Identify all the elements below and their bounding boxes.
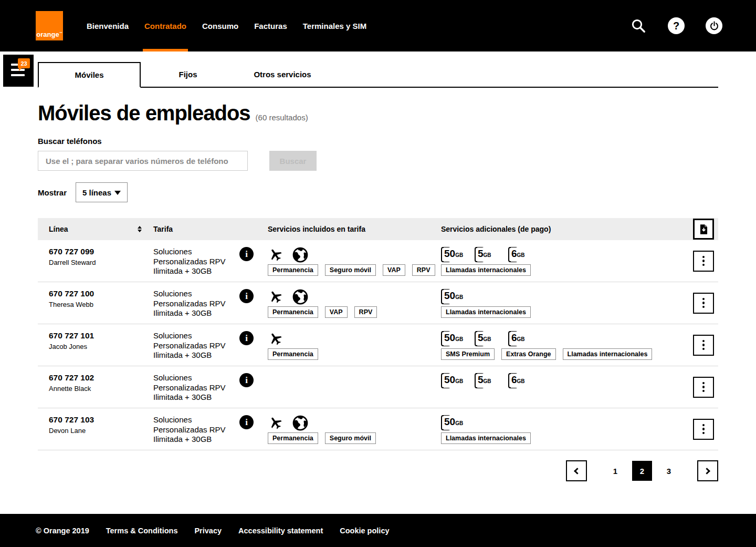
included-icons [268, 415, 441, 431]
line-owner-name: Jacob Jones [49, 343, 153, 350]
table-row: 670 727 103 Devon Lane Soluciones Person… [38, 408, 718, 450]
column-line: Línea [49, 225, 68, 233]
chevron-right-icon [704, 468, 710, 474]
plane-icon [268, 415, 284, 431]
plane-icon [268, 247, 284, 263]
line-owner-name: Darrell Steward [49, 259, 153, 266]
data-allowance-phone-icon: 5GB [475, 331, 501, 347]
page-3[interactable]: 3 [663, 467, 675, 476]
table-row: 670 727 101 Jacob Jones Soluciones Perso… [38, 324, 718, 366]
data-allowance-phone-icon: 50GB [441, 331, 467, 347]
included-badges: PermanenciaSeguro móvil [268, 432, 376, 444]
row-actions-button[interactable] [693, 251, 714, 272]
included-service-badge: RPV [354, 306, 377, 318]
service-tabs: Móviles Fijos Otros servicios [38, 62, 718, 88]
line-owner-name: Theresa Webb [49, 301, 153, 308]
nav-item-contratado[interactable]: Contratado [136, 0, 194, 51]
tab-otros-servicios[interactable]: Otros servicios [235, 62, 330, 87]
tab-fijos[interactable]: Fijos [141, 62, 235, 87]
footer-copyright: © Orange 2019 [36, 527, 89, 535]
page-1[interactable]: 1 [609, 467, 622, 476]
nav-item-terminales-sim[interactable]: Terminales y SIM [295, 0, 374, 51]
nav-item-facturas[interactable]: Facturas [246, 0, 295, 51]
side-menu-button[interactable]: 23 [3, 55, 34, 87]
next-page-button[interactable] [697, 460, 718, 481]
footer-link-privacy[interactable]: Privacy [194, 527, 222, 535]
plane-icon [268, 289, 284, 305]
additional-service-badge: Extras Orange [501, 348, 555, 360]
row-actions-button[interactable] [693, 377, 714, 398]
included-service-badge: Seguro móvil [325, 264, 376, 276]
footer-link-cookies[interactable]: Cookie policy [340, 527, 389, 535]
info-icon[interactable]: i [239, 331, 254, 345]
line-number: 670 727 099 [49, 247, 153, 256]
tariff-name: Soluciones Personalizadas RPV Ilimitada … [153, 415, 230, 450]
column-tariff: Tarifa [153, 225, 268, 233]
info-icon[interactable]: i [239, 247, 254, 261]
chevron-down-icon [114, 191, 121, 198]
data-allowance-phone-icon: 5GB [475, 373, 501, 389]
help-glyph: ? [668, 17, 685, 34]
sort-icon[interactable] [138, 224, 142, 234]
line-number: 670 727 103 [49, 415, 153, 425]
line-owner-name: Devon Lane [49, 427, 153, 435]
included-service-badge: VAP [383, 264, 405, 276]
tariff-name: Soluciones Personalizadas RPV Ilimitada … [153, 247, 230, 282]
included-icons [268, 289, 441, 305]
nav-item-consumo[interactable]: Consumo [194, 0, 246, 51]
footer-link-accessibility[interactable]: Accessibility statement [238, 527, 323, 535]
additional-badges: Llamadas internacionales [441, 306, 531, 318]
footer: © Orange 2019 Terms & Conditions Privacy… [0, 514, 756, 547]
search-input[interactable] [38, 151, 248, 171]
column-included-services: Servicios incluidos en tarifa [268, 225, 441, 233]
table-row: 670 727 100 Theresa Webb Soluciones Pers… [38, 282, 718, 324]
help-icon[interactable]: ? [667, 16, 686, 35]
included-service-badge: Permanencia [268, 264, 318, 276]
included-service-badge: Permanencia [268, 306, 318, 318]
plane-icon [268, 331, 284, 347]
included-icons [268, 331, 441, 347]
search-icon[interactable] [629, 16, 648, 35]
row-actions-button[interactable] [693, 293, 714, 314]
row-actions-button[interactable] [693, 335, 714, 356]
search-button[interactable]: Buscar [269, 151, 317, 171]
included-service-badge: Permanencia [268, 432, 318, 444]
data-allowance-phone-icon: 50GB [441, 289, 467, 305]
additional-service-badge: Llamadas internacionales [563, 348, 653, 360]
info-icon[interactable]: i [239, 415, 254, 429]
nav-item-bienvenida[interactable]: Bienvenida [79, 0, 136, 51]
included-badges: Permanencia [268, 348, 318, 360]
page-2-active[interactable]: 2 [632, 461, 652, 481]
included-service-badge: RPV [412, 264, 435, 276]
info-icon[interactable]: i [239, 289, 254, 303]
tab-moviles[interactable]: Móviles [38, 62, 141, 88]
table-row: 670 727 102 Annette Black Soluciones Per… [38, 366, 718, 408]
included-service-badge: Permanencia [268, 348, 318, 360]
show-lines-select[interactable]: 5 líneas [76, 182, 128, 202]
row-actions-button[interactable] [693, 419, 714, 440]
prev-page-button[interactable] [566, 460, 587, 481]
data-addons: 50GB5GB6GB [441, 247, 667, 263]
main-content: Móviles de empleados (60 resultados) Bus… [38, 88, 718, 481]
line-number: 670 727 101 [49, 331, 153, 340]
topbar-icons: ? [629, 0, 723, 51]
additional-badges: Llamadas internacionales [441, 432, 531, 444]
data-addons: 50GB [441, 415, 667, 431]
info-icon[interactable]: i [239, 373, 254, 387]
page-title: Móviles de empleados [38, 101, 250, 125]
globe-icon [292, 289, 308, 305]
column-additional-services: Servicios adicionales (de pago) [441, 225, 667, 233]
data-allowance-phone-icon: 5GB [475, 247, 501, 263]
download-button[interactable] [693, 219, 714, 240]
footer-link-terms[interactable]: Terms & Conditions [106, 527, 178, 535]
pagination: 1 2 3 [38, 460, 718, 481]
tariff-name: Soluciones Personalizadas RPV Ilimitada … [153, 331, 230, 366]
logout-icon[interactable] [705, 16, 723, 35]
globe-icon [292, 415, 308, 431]
data-allowance-phone-icon: 50GB [441, 247, 467, 263]
orange-logo[interactable]: orange™ [36, 11, 63, 40]
data-allowance-phone-icon: 6GB [508, 373, 534, 389]
data-allowance-phone-icon: 6GB [508, 247, 534, 263]
main-nav: Bienvenida Contratado Consumo Facturas T… [79, 0, 374, 51]
line-number: 670 727 102 [49, 373, 153, 383]
